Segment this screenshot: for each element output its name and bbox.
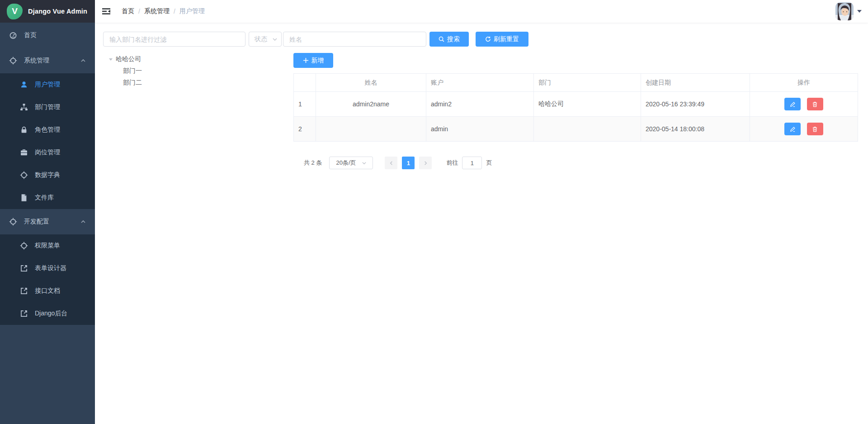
sidebar-item-home[interactable]: 首页 (0, 23, 95, 48)
prev-page-button[interactable] (385, 157, 397, 169)
tree-node-child[interactable]: 部门二 (103, 77, 293, 89)
app-logo[interactable]: V Django Vue Admin (0, 0, 95, 23)
sidebar-item-file-library[interactable]: 文件库 (0, 186, 95, 209)
cell-created: 2020-05-14 18:00:08 (641, 117, 750, 142)
filter-row: 状态 搜索 刷新重置 (103, 32, 858, 47)
add-button-label: 新增 (311, 57, 324, 65)
chevron-left-icon (389, 161, 394, 166)
topbar: 首页 / 系统管理 / 用户管理 (95, 0, 868, 23)
cell-index: 2 (294, 117, 316, 142)
cell-account: admin2 (426, 92, 534, 117)
app-title: Django Vue Admin (28, 8, 87, 15)
sidebar-item-form-designer[interactable]: 表单设计器 (0, 257, 95, 280)
goto-label: 前往 (446, 159, 458, 167)
sidebar-toggle[interactable] (95, 7, 114, 16)
dept-tree: 哈哈公司 部门一 部门二 (103, 53, 293, 89)
table-row: 2 admin 2020-05-14 18:00:08 (294, 117, 858, 142)
plus-icon (303, 57, 309, 63)
tree-node-label: 部门二 (123, 79, 142, 87)
delete-button[interactable] (807, 123, 823, 135)
lock-icon (20, 126, 28, 134)
tree-expand-caret-icon[interactable] (109, 58, 113, 62)
breadcrumb-separator: / (138, 8, 140, 15)
goto-page-input[interactable] (462, 157, 482, 169)
chevron-up-icon (80, 58, 86, 63)
breadcrumb-current: 用户管理 (179, 7, 205, 15)
sidebar-item-permission-menu[interactable]: 权限菜单 (0, 234, 95, 257)
tree-node-child[interactable]: 部门一 (103, 65, 293, 77)
chevron-right-icon (423, 161, 428, 166)
col-header-account: 账户 (426, 74, 534, 92)
sidebar-item-label: 权限菜单 (35, 242, 60, 250)
user-menu[interactable] (835, 2, 862, 20)
dept-filter-input[interactable] (103, 32, 245, 47)
chevron-down-icon (272, 37, 278, 42)
hamburger-icon (102, 7, 111, 16)
col-header-created: 创建日期 (641, 74, 750, 92)
aim-icon (9, 218, 17, 226)
sidebar-item-label: 接口文档 (35, 287, 60, 295)
sidebar-menu: 首页 系统管理 用户管理 (0, 23, 95, 325)
page-number-button[interactable]: 1 (402, 157, 415, 169)
trash-icon (812, 101, 818, 107)
chevron-down-icon (362, 161, 367, 166)
edit-pencil-icon (790, 126, 796, 132)
cell-name (316, 117, 426, 142)
submenu-dev-config: 权限菜单 表单设计器 接口文档 Django后台 (0, 234, 95, 325)
sidebar-item-label: 用户管理 (35, 81, 60, 89)
breadcrumb-separator: / (174, 8, 175, 15)
sidebar-item-role-mgmt[interactable]: 角色管理 (0, 119, 95, 141)
col-header-actions: 操作 (750, 74, 858, 92)
sidebar-item-label: 表单设计器 (35, 264, 66, 272)
vue-logo-icon: V (7, 4, 23, 19)
pagination-total: 共 2 条 (304, 159, 322, 167)
sidebar-item-label: 岗位管理 (35, 148, 60, 157)
sidebar-group-dev-config[interactable]: 开发配置 (0, 209, 95, 234)
sidebar-group-system[interactable]: 系统管理 (0, 48, 95, 73)
cell-dept: 哈哈公司 (534, 92, 641, 117)
sidebar-item-label: 首页 (24, 31, 37, 39)
tree-node-label: 哈哈公司 (116, 55, 141, 63)
sidebar-item-user-mgmt[interactable]: 用户管理 (0, 73, 95, 96)
tree-node-label: 部门一 (123, 67, 142, 75)
col-header-name: 姓名 (316, 74, 426, 92)
sidebar-item-data-dict[interactable]: 数据字典 (0, 164, 95, 186)
external-link-icon (20, 310, 28, 318)
caret-down-icon (857, 10, 862, 15)
delete-button[interactable] (807, 98, 823, 110)
breadcrumb-system[interactable]: 系统管理 (144, 7, 170, 15)
breadcrumb-home[interactable]: 首页 (122, 7, 134, 15)
search-icon (439, 36, 444, 42)
sidebar-item-post-mgmt[interactable]: 岗位管理 (0, 141, 95, 164)
user-avatar[interactable] (835, 2, 854, 20)
refresh-reset-button[interactable]: 刷新重置 (476, 32, 528, 47)
add-button[interactable]: 新增 (293, 53, 333, 68)
page-size-value: 20条/页 (336, 159, 356, 167)
reset-button-label: 刷新重置 (494, 35, 519, 43)
tree-node-root[interactable]: 哈哈公司 (103, 53, 293, 65)
sidebar-item-django-admin[interactable]: Django后台 (0, 302, 95, 325)
sidebar-item-api-docs[interactable]: 接口文档 (0, 280, 95, 302)
external-link-icon (20, 287, 28, 295)
status-select[interactable]: 状态 (249, 32, 282, 47)
page-size-select[interactable]: 20条/页 (329, 157, 373, 169)
user-table: 姓名 账户 部门 创建日期 操作 1 admin2name admin2 哈哈公 (293, 73, 858, 142)
trash-icon (812, 126, 818, 132)
next-page-button[interactable] (419, 157, 432, 169)
page-content: 状态 搜索 刷新重置 (95, 23, 868, 169)
pagination: 共 2 条 20条/页 1 (304, 157, 858, 169)
sitemap-icon (20, 103, 28, 111)
edit-button[interactable] (784, 98, 801, 110)
edit-button[interactable] (784, 123, 801, 135)
breadcrumb: 首页 / 系统管理 / 用户管理 (122, 7, 205, 15)
sidebar-item-label: 数据字典 (35, 171, 60, 179)
chevron-up-icon (80, 219, 86, 224)
briefcase-icon (20, 148, 28, 157)
name-filter-input[interactable] (283, 32, 426, 47)
col-header-dept: 部门 (534, 74, 641, 92)
aim-icon (20, 242, 28, 250)
sidebar-item-label: 部门管理 (35, 103, 60, 111)
sidebar-item-dept-mgmt[interactable]: 部门管理 (0, 96, 95, 119)
cell-dept (534, 117, 641, 142)
search-button[interactable]: 搜索 (429, 32, 469, 47)
